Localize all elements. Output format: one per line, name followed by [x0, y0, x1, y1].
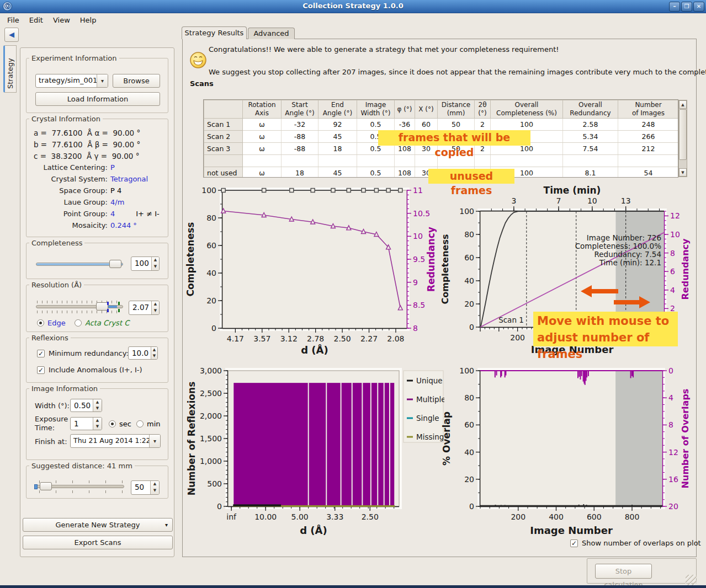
completeness-spinbox[interactable]: 100 ▲▼	[131, 256, 160, 271]
distance-spinbox[interactable]: 50 ▲▼	[131, 480, 160, 495]
resolution-value: 2.07	[129, 301, 151, 314]
table-scrollbar[interactable]: ▲ ▼	[678, 100, 687, 177]
cell-parameter-line: c = 38.3200 Å γ = 90.00 °	[34, 152, 139, 161]
suggest-message: We suggest you stop collecting after 207…	[209, 68, 706, 76]
finish-at-combobox[interactable]: Thu 21 Aug 2014 1:22 ▾	[70, 434, 161, 448]
spin-arrows-icon[interactable]: ▲▼	[151, 347, 157, 359]
table-header-cell[interactable]: Start Angle (°)	[282, 100, 319, 119]
close-button[interactable]: ✕	[693, 2, 704, 12]
svg-text:200: 200	[510, 333, 525, 342]
min-redundancy-checkbox[interactable]: ✓ Minimum redundancy:	[37, 349, 129, 357]
scroll-down-icon[interactable]: ▼	[679, 168, 687, 177]
row-header-cell	[204, 155, 243, 167]
svg-text:Completeness: Completeness	[440, 234, 450, 304]
table-cell	[618, 155, 679, 167]
radio-dot-icon	[37, 319, 44, 327]
svg-text:0: 0	[217, 502, 222, 511]
table-header-cell[interactable]: X (°)	[415, 100, 438, 119]
menu-item-file[interactable]: File	[2, 13, 24, 28]
spin-arrows-icon[interactable]: ▲▼	[150, 481, 159, 494]
table-header-cell[interactable]: Distance (mm)	[438, 100, 475, 119]
table-cell: 54	[618, 167, 679, 178]
table-cell	[243, 155, 282, 167]
svg-text:Time (min): Time (min)	[544, 185, 601, 196]
annotation-unused-frames: unused frames	[428, 169, 514, 184]
exposure-value: 1	[71, 418, 93, 430]
table-header-cell[interactable]: Number of Images	[618, 100, 679, 119]
menu-item-view[interactable]: View	[48, 13, 75, 28]
radio-min[interactable]: min	[136, 420, 161, 428]
radio-sec[interactable]: sec	[109, 420, 131, 428]
table-header-cell[interactable]	[204, 100, 243, 119]
distance-slider-handle[interactable]	[40, 482, 52, 490]
spin-arrows-icon[interactable]: ▲▼	[151, 301, 159, 314]
chevron-down-icon: ▾	[165, 518, 168, 531]
crystal-prop-label: Space Group:	[26, 186, 108, 195]
resolution-slider-handle[interactable]	[96, 302, 108, 311]
distance-slider[interactable]	[36, 485, 124, 488]
scroll-up-icon[interactable]: ▲	[679, 100, 687, 109]
export-scans-button[interactable]: Export Scans	[23, 536, 173, 549]
completeness-slider[interactable]	[36, 263, 123, 266]
menu-item-edit[interactable]: Edit	[24, 13, 48, 28]
svg-text:0: 0	[469, 323, 474, 332]
strategy-file-combobox[interactable]: trategy/sim_001.x ▾	[35, 74, 108, 88]
annotation-frames-copied: frames that will be copied	[378, 130, 530, 146]
radio-acta-cryst[interactable]: Acta Cryst C	[75, 319, 129, 327]
distance-min-marker	[34, 484, 38, 489]
tab-advanced[interactable]: Advanced	[248, 28, 295, 39]
table-header-cell[interactable]: Overall Completeness (%)	[491, 100, 563, 119]
resize-grip[interactable]	[686, 575, 697, 586]
crystal-prop-value: 0.244 °	[110, 221, 137, 229]
spin-arrows-icon[interactable]: ▲▼	[151, 257, 159, 270]
generate-strategy-button[interactable]: Generate New Strategy ▾	[23, 518, 173, 532]
table-cell: 212	[618, 143, 679, 155]
anomalous-label: Include Anomalous (I+, I-)	[49, 366, 142, 374]
maximize-button[interactable]: ❐	[681, 2, 692, 12]
svg-text:2.08: 2.08	[387, 334, 404, 343]
table-header-cell[interactable]: φ (°)	[395, 100, 415, 119]
stop-calculation-button[interactable]: Stop calculation	[595, 564, 652, 579]
show-overlaps-label: Show number of overlaps on plot	[582, 539, 701, 547]
row-header-cell: Scan 3	[204, 143, 243, 155]
resolution-spinbox[interactable]: 2.07 ▲▼	[129, 301, 160, 315]
svg-text:10: 10	[413, 232, 423, 240]
spin-arrows-icon[interactable]: ▲▼	[93, 399, 102, 411]
table-cell	[563, 155, 618, 167]
svg-text:0: 0	[211, 324, 216, 333]
collapse-panel-button[interactable]: ◀	[4, 28, 19, 42]
completeness-slider-handle[interactable]	[109, 260, 121, 268]
titlebar[interactable]: Ⓠ Collection Strategy 1.0.0 – ❐ ✕	[0, 0, 706, 13]
browse-button[interactable]: Browse	[113, 74, 160, 88]
radio-edge[interactable]: Edge	[37, 319, 66, 327]
load-information-button[interactable]: Load Information	[35, 92, 160, 106]
table-cell: 45	[319, 167, 357, 178]
table-row-scan-1[interactable]: Scan 1ω-32920.5-36605021002.58248	[204, 119, 679, 131]
table-header-cell[interactable]: Overall Redundancy	[563, 100, 618, 119]
svg-text:Scan 1: Scan 1	[498, 316, 524, 324]
scrollbar-thumb[interactable]	[679, 109, 687, 160]
table-header-cell[interactable]: Rotation Axis	[243, 100, 282, 119]
anomalous-checkbox[interactable]: ✓ Include Anomalous (I+, I-)	[37, 366, 142, 374]
table-header-cell[interactable]: End Angle (°)	[319, 100, 357, 119]
table-header-cell[interactable]: 2θ (°)	[475, 100, 491, 119]
menu-item-help[interactable]: Help	[75, 13, 102, 28]
tab-strategy-vertical[interactable]: Strategy	[3, 45, 17, 93]
table-header-cell[interactable]: Image Width (°)	[357, 100, 395, 119]
min-redundancy-spinbox[interactable]: 10.0 ▲▼	[128, 346, 158, 360]
show-overlaps-checkbox[interactable]: ✓ Show number of overlaps on plot	[570, 539, 701, 547]
svg-text:9.5: 9.5	[413, 255, 425, 264]
minimize-button[interactable]: –	[669, 2, 680, 12]
finish-at-label: Finish at:	[35, 437, 67, 446]
tab-strategy-results[interactable]: Strategy Results	[182, 26, 247, 39]
svg-text:13: 13	[621, 196, 631, 205]
resolution-slider[interactable]	[36, 305, 123, 308]
strategy-panel: Experiment Information trategy/sim_001.x…	[20, 47, 174, 557]
width-spinbox[interactable]: 0.50 ▲▼	[70, 399, 102, 412]
chevron-down-icon[interactable]: ▾	[97, 74, 108, 87]
spin-arrows-icon[interactable]: ▲▼	[93, 418, 102, 430]
chevron-down-icon[interactable]: ▾	[149, 435, 160, 447]
exposure-spinbox[interactable]: 1 ▲▼	[70, 417, 102, 430]
svg-text:10.5: 10.5	[413, 209, 430, 218]
width-value: 0.50	[71, 399, 93, 411]
